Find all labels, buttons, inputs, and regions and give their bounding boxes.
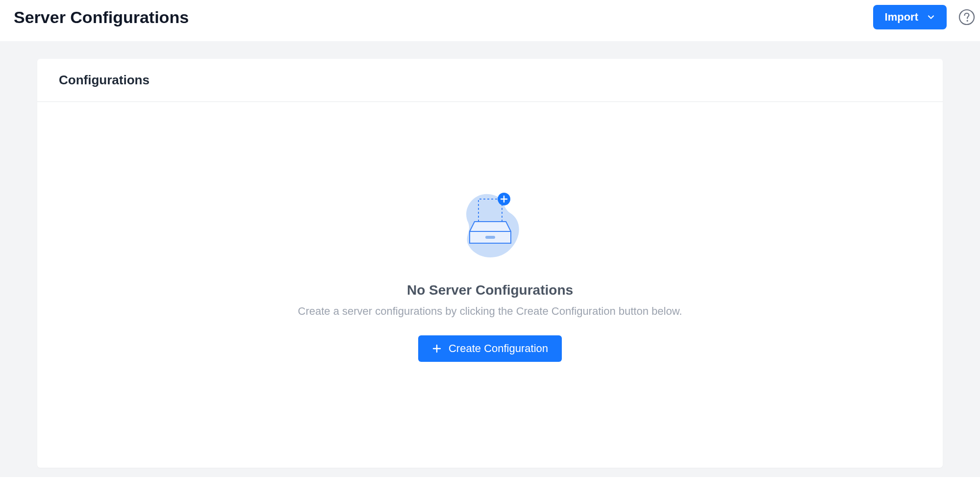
- empty-state-title: No Server Configurations: [407, 282, 573, 298]
- configurations-card: Configurations: [37, 59, 943, 468]
- empty-state-illustration: [441, 178, 539, 267]
- page-header: Server Configurations Import: [0, 0, 980, 41]
- svg-rect-3: [485, 236, 495, 239]
- card-title: Configurations: [59, 73, 921, 88]
- import-button[interactable]: Import: [873, 5, 947, 29]
- content-area: Configurations: [0, 41, 980, 477]
- header-actions: Import: [873, 5, 966, 29]
- svg-point-1: [967, 20, 968, 22]
- plus-icon: [432, 344, 442, 354]
- import-button-label: Import: [885, 11, 918, 24]
- create-configuration-button[interactable]: Create Configuration: [418, 335, 562, 362]
- page-title: Server Configurations: [14, 8, 189, 27]
- empty-state-description: Create a server configurations by clicki…: [298, 305, 682, 318]
- empty-state: No Server Configurations Create a server…: [37, 102, 943, 468]
- help-icon[interactable]: [958, 9, 975, 25]
- create-button-label: Create Configuration: [449, 342, 548, 355]
- card-header: Configurations: [37, 59, 943, 102]
- chevron-down-icon: [927, 13, 935, 21]
- svg-point-0: [959, 10, 974, 25]
